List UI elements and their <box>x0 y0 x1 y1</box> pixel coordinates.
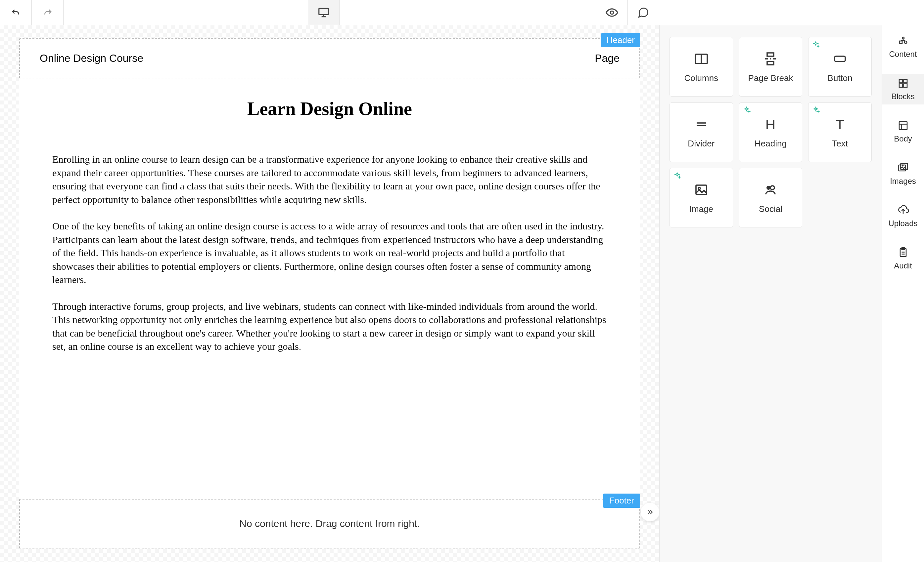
block-card-social[interactable]: Social <box>739 168 802 227</box>
svg-rect-27 <box>903 79 907 83</box>
svg-point-20 <box>771 186 774 190</box>
columns-icon <box>693 51 709 67</box>
rail-item-audit[interactable]: Audit <box>882 243 924 274</box>
content-icon <box>897 35 909 47</box>
block-card-image[interactable]: Image <box>669 168 733 227</box>
rail-label: Blocks <box>891 92 915 101</box>
footer-region[interactable]: Footer No content here. Drag content fro… <box>19 499 640 549</box>
eye-icon <box>606 6 618 19</box>
comment-button[interactable] <box>627 0 659 25</box>
block-label: Button <box>828 73 852 83</box>
ai-sparkle-icon <box>812 106 820 114</box>
device-desktop-button[interactable] <box>308 0 339 25</box>
svg-rect-29 <box>903 84 907 88</box>
ai-sparkle-icon <box>812 41 820 49</box>
paragraph-3[interactable]: Through interactive forums, group projec… <box>52 300 607 353</box>
paragraph-2[interactable]: One of the key benefits of taking an onl… <box>52 220 607 287</box>
desktop-icon <box>317 6 330 19</box>
block-label: Text <box>832 139 848 149</box>
undo-button[interactable] <box>0 0 32 25</box>
rail-item-uploads[interactable]: Uploads <box>882 201 924 232</box>
text-icon <box>832 116 848 133</box>
page-heading[interactable]: Learn Design Online <box>52 98 607 120</box>
rail-label: Uploads <box>888 219 917 228</box>
block-label: Columns <box>684 73 718 83</box>
block-card-columns[interactable]: Columns <box>669 37 733 97</box>
rail-label: Audit <box>894 261 912 271</box>
svg-rect-9 <box>835 56 845 61</box>
block-label: Divider <box>688 139 714 149</box>
editor-canvas[interactable]: Header Online Design Course Page Learn D… <box>0 25 659 562</box>
footer-tag: Footer <box>603 493 640 508</box>
right-rail: ContentBlocksBodyImagesUploadsAudit <box>882 25 924 562</box>
header-region[interactable]: Header Online Design Course Page <box>19 38 640 78</box>
image-icon <box>693 181 709 198</box>
block-card-button[interactable]: Button <box>808 37 872 97</box>
page-break-icon <box>762 51 778 67</box>
ai-sparkle-icon <box>742 106 751 114</box>
svg-point-23 <box>904 41 907 43</box>
site-title[interactable]: Online Design Course <box>40 52 143 64</box>
divider-icon <box>693 116 709 133</box>
collapse-panel-button[interactable] <box>641 503 659 521</box>
comment-icon <box>638 7 650 18</box>
undo-icon <box>10 7 21 18</box>
block-card-text[interactable]: Text <box>808 103 872 162</box>
block-card-heading[interactable]: Heading <box>739 103 802 162</box>
page-label[interactable]: Page <box>595 52 620 64</box>
rail-label: Content <box>889 49 917 59</box>
svg-rect-28 <box>899 84 903 88</box>
svg-rect-30 <box>899 122 907 130</box>
body-icon <box>897 120 909 132</box>
button-icon <box>832 51 848 67</box>
block-label: Page Break <box>748 73 793 83</box>
rail-item-content[interactable]: Content <box>882 32 924 62</box>
footer-empty-text: No content here. Drag content from right… <box>239 518 420 529</box>
block-label: Heading <box>754 139 787 149</box>
paragraph-1[interactable]: Enrolling in an online course to learn d… <box>52 153 607 206</box>
blocks-panel: ColumnsPage BreakButtonDividerHeadingTex… <box>659 25 882 562</box>
block-label: Social <box>759 204 782 214</box>
block-label: Image <box>689 204 713 214</box>
svg-point-35 <box>902 165 903 166</box>
svg-point-21 <box>902 37 904 39</box>
ai-sparkle-icon <box>673 172 681 179</box>
svg-rect-26 <box>899 79 903 83</box>
svg-rect-17 <box>696 185 706 194</box>
divider-line <box>52 136 607 136</box>
audit-icon <box>897 247 909 259</box>
redo-icon <box>42 7 53 18</box>
redo-button[interactable] <box>32 0 63 25</box>
rail-item-images[interactable]: Images <box>882 159 924 189</box>
preview-button[interactable] <box>596 0 627 25</box>
block-card-page-break[interactable]: Page Break <box>739 37 802 97</box>
blocks-icon <box>897 77 909 89</box>
top-toolbar <box>0 0 924 25</box>
svg-rect-22 <box>900 41 902 43</box>
content-region[interactable]: Learn Design Online Enrolling in an onli… <box>19 78 640 499</box>
rail-label: Images <box>890 176 916 186</box>
block-card-divider[interactable]: Divider <box>669 103 733 162</box>
header-tag: Header <box>602 33 640 47</box>
chevron-double-right-icon <box>645 507 655 517</box>
svg-point-19 <box>766 186 771 190</box>
rail-item-blocks[interactable]: Blocks <box>882 74 924 105</box>
svg-rect-0 <box>319 8 328 15</box>
rail-label: Body <box>894 134 912 143</box>
social-icon <box>762 181 778 198</box>
rail-item-body[interactable]: Body <box>882 117 924 147</box>
uploads-icon <box>897 204 909 216</box>
images-icon <box>897 162 909 174</box>
svg-point-3 <box>610 11 614 14</box>
heading-icon <box>762 116 778 133</box>
